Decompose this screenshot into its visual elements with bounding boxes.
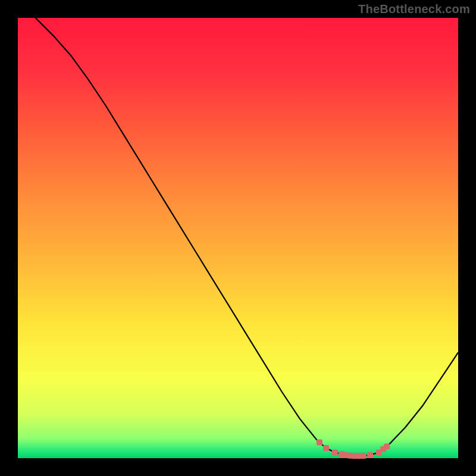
optimal-marker bbox=[317, 440, 322, 446]
plot-background bbox=[18, 18, 458, 458]
optimal-marker bbox=[367, 452, 373, 458]
optimal-marker bbox=[384, 443, 390, 449]
watermark-text: TheBottleneck.com bbox=[358, 2, 470, 16]
chart-svg bbox=[0, 0, 476, 476]
bottleneck-chart: TheBottleneck.com bbox=[0, 0, 476, 476]
optimal-marker bbox=[323, 445, 329, 451]
optimal-marker bbox=[361, 453, 367, 459]
optimal-marker bbox=[332, 449, 338, 455]
